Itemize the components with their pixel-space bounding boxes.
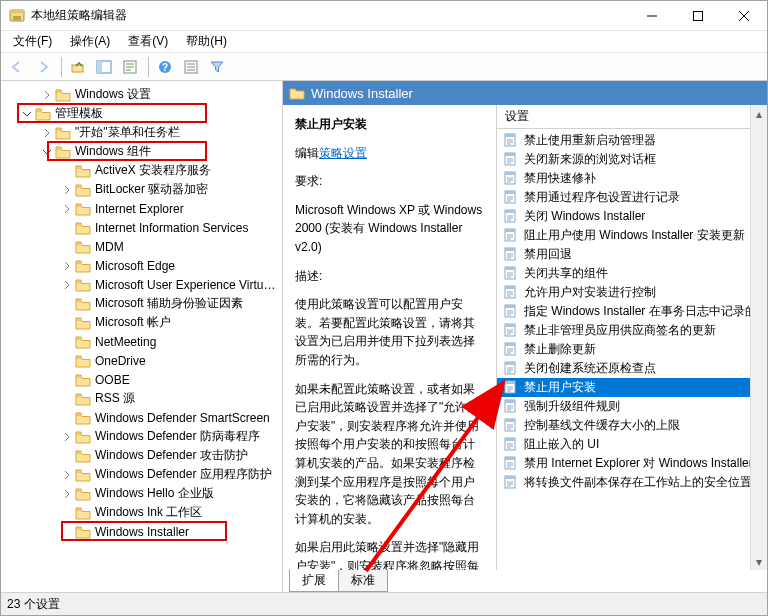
- list-column-header[interactable]: 设置: [497, 105, 767, 129]
- tree-item[interactable]: Windows Ink 工作区: [1, 503, 282, 522]
- expander-icon[interactable]: [61, 469, 73, 481]
- policy-icon: [503, 304, 519, 320]
- expander-icon[interactable]: [41, 146, 53, 158]
- expander-icon[interactable]: [61, 450, 73, 462]
- policy-item[interactable]: 禁用 Internet Explorer 对 Windows Installer…: [497, 454, 767, 473]
- policy-item[interactable]: 阻止嵌入的 UI: [497, 435, 767, 454]
- policy-icon: [503, 133, 519, 149]
- expander-icon[interactable]: [61, 260, 73, 272]
- expander-icon[interactable]: [61, 184, 73, 196]
- policy-item[interactable]: 强制升级组件规则: [497, 397, 767, 416]
- policy-item[interactable]: 控制基线文件缓存大小的上限: [497, 416, 767, 435]
- tree-item[interactable]: "开始"菜单和任务栏: [1, 123, 282, 142]
- filter-button[interactable]: [205, 56, 229, 78]
- folder-icon: [75, 468, 91, 482]
- tree-item[interactable]: Microsoft 帐户: [1, 313, 282, 332]
- expander-icon[interactable]: [61, 507, 73, 519]
- tree-item[interactable]: 管理模板: [1, 104, 282, 123]
- up-button[interactable]: [66, 56, 90, 78]
- expander-icon[interactable]: [61, 393, 73, 405]
- expander-icon[interactable]: [61, 222, 73, 234]
- folder-icon: [55, 126, 71, 140]
- tree-item[interactable]: Windows 设置: [1, 85, 282, 104]
- expander-icon[interactable]: [21, 108, 33, 120]
- expander-icon[interactable]: [61, 355, 73, 367]
- expander-icon[interactable]: [61, 298, 73, 310]
- settings-list[interactable]: 禁止使用重新启动管理器关闭新来源的浏览对话框禁用快速修补禁用通过程序包设置进行记…: [497, 129, 767, 570]
- maximize-button[interactable]: [675, 1, 721, 30]
- tree[interactable]: Windows 设置管理模板"开始"菜单和任务栏Windows 组件Active…: [1, 81, 282, 592]
- tree-item[interactable]: Microsoft User Experience Virtualization: [1, 275, 282, 294]
- edit-policy-link[interactable]: 策略设置: [319, 146, 367, 160]
- scrollbar[interactable]: ▴ ▾: [750, 105, 767, 570]
- folder-icon: [75, 373, 91, 387]
- tree-item[interactable]: MDM: [1, 237, 282, 256]
- policy-item[interactable]: 禁止用户安装: [497, 378, 767, 397]
- expander-icon[interactable]: [61, 412, 73, 424]
- expander-icon[interactable]: [61, 336, 73, 348]
- expander-icon[interactable]: [61, 165, 73, 177]
- policy-item[interactable]: 关闭新来源的浏览对话框: [497, 150, 767, 169]
- policy-item[interactable]: 关闭创建系统还原检查点: [497, 359, 767, 378]
- tree-item[interactable]: Windows Hello 企业版: [1, 484, 282, 503]
- tree-item[interactable]: Windows 组件: [1, 142, 282, 161]
- properties-button[interactable]: [118, 56, 142, 78]
- policy-item[interactable]: 阻止用户使用 Windows Installer 安装更新: [497, 226, 767, 245]
- tree-item[interactable]: BitLocker 驱动器加密: [1, 180, 282, 199]
- window-title: 本地组策略编辑器: [31, 7, 629, 24]
- tree-item[interactable]: Windows Installer: [1, 522, 282, 541]
- expander-icon[interactable]: [61, 317, 73, 329]
- tree-item[interactable]: Internet Explorer: [1, 199, 282, 218]
- expander-icon[interactable]: [61, 203, 73, 215]
- menu-file[interactable]: 文件(F): [5, 31, 60, 52]
- expander-icon[interactable]: [61, 488, 73, 500]
- expander-icon[interactable]: [41, 127, 53, 139]
- close-button[interactable]: [721, 1, 767, 30]
- policy-item[interactable]: 允许用户对安装进行控制: [497, 283, 767, 302]
- tree-item[interactable]: Internet Information Services: [1, 218, 282, 237]
- tree-item[interactable]: ActiveX 安装程序服务: [1, 161, 282, 180]
- expander-icon[interactable]: [61, 526, 73, 538]
- policy-item[interactable]: 禁止非管理员应用供应商签名的更新: [497, 321, 767, 340]
- tree-item[interactable]: NetMeeting: [1, 332, 282, 351]
- tree-item[interactable]: Windows Defender 防病毒程序: [1, 427, 282, 446]
- help-button[interactable]: ?: [153, 56, 177, 78]
- menu-view[interactable]: 查看(V): [120, 31, 176, 52]
- svg-rect-37: [505, 381, 515, 384]
- policy-item[interactable]: 关闭 Windows Installer: [497, 207, 767, 226]
- folder-icon: [75, 240, 91, 254]
- expander-icon[interactable]: [61, 241, 73, 253]
- tree-item[interactable]: OOBE: [1, 370, 282, 389]
- policy-item[interactable]: 指定 Windows Installer 在事务日志中记录的事件类型: [497, 302, 767, 321]
- tree-item[interactable]: Microsoft 辅助身份验证因素: [1, 294, 282, 313]
- policy-item[interactable]: 禁止使用重新启动管理器: [497, 131, 767, 150]
- forward-button[interactable]: [31, 56, 55, 78]
- policy-item[interactable]: 将转换文件副本保存在工作站上的安全位置: [497, 473, 767, 492]
- scroll-up-icon[interactable]: ▴: [751, 105, 767, 122]
- policy-item[interactable]: 关闭共享的组件: [497, 264, 767, 283]
- expander-icon[interactable]: [61, 279, 73, 291]
- expander-icon[interactable]: [61, 431, 73, 443]
- expander-icon[interactable]: [61, 374, 73, 386]
- tab-extended[interactable]: 扩展: [289, 569, 339, 592]
- policy-item[interactable]: 禁用快速修补: [497, 169, 767, 188]
- scroll-down-icon[interactable]: ▾: [751, 553, 767, 570]
- policy-item[interactable]: 禁止删除更新: [497, 340, 767, 359]
- menu-help[interactable]: 帮助(H): [178, 31, 235, 52]
- tree-item[interactable]: Microsoft Edge: [1, 256, 282, 275]
- back-button[interactable]: [5, 56, 29, 78]
- expander-icon[interactable]: [41, 89, 53, 101]
- tree-item[interactable]: RSS 源: [1, 389, 282, 408]
- policy-item[interactable]: 禁用通过程序包设置进行记录: [497, 188, 767, 207]
- tree-item[interactable]: Windows Defender 攻击防护: [1, 446, 282, 465]
- tree-item[interactable]: OneDrive: [1, 351, 282, 370]
- tree-item[interactable]: Windows Defender 应用程序防护: [1, 465, 282, 484]
- tree-item-label: NetMeeting: [95, 335, 156, 349]
- show-hide-tree-button[interactable]: [92, 56, 116, 78]
- menu-action[interactable]: 操作(A): [62, 31, 118, 52]
- tree-item[interactable]: Windows Defender SmartScreen: [1, 408, 282, 427]
- tab-standard[interactable]: 标准: [338, 570, 388, 592]
- policy-item[interactable]: 禁用回退: [497, 245, 767, 264]
- options-button[interactable]: [179, 56, 203, 78]
- minimize-button[interactable]: [629, 1, 675, 30]
